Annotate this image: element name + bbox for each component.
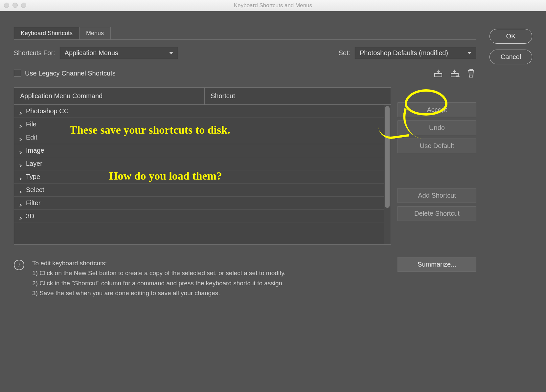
ok-button[interactable]: OK xyxy=(489,29,532,44)
chevron-right-icon xyxy=(19,214,23,218)
info-panel: i To edit keyboard shortcuts: 1) Click o… xyxy=(14,258,391,298)
save-set-icon[interactable] xyxy=(433,68,444,78)
row-label: Select xyxy=(26,186,44,194)
chevron-right-icon xyxy=(19,136,23,140)
table-row[interactable]: File xyxy=(14,118,391,131)
set-label: Set: xyxy=(338,49,350,57)
shortcuts-for-label: Shortcuts For: xyxy=(14,49,55,57)
window-titlebar: Keyboard Shortcuts and Menus xyxy=(0,0,546,11)
delete-shortcut-button[interactable]: Delete Shortcut xyxy=(398,206,476,221)
chevron-right-icon xyxy=(19,109,23,113)
set-dropdown[interactable]: Photoshop Defaults (modified) xyxy=(355,47,476,59)
table-row[interactable]: Edit xyxy=(14,131,391,144)
row-label: 3D xyxy=(26,212,34,220)
info-heading: To edit keyboard shortcuts: xyxy=(32,258,286,268)
zoom-window-icon[interactable] xyxy=(21,3,26,8)
use-default-button[interactable]: Use Default xyxy=(398,139,476,153)
table-row[interactable]: 3D xyxy=(14,210,391,223)
undo-button[interactable]: Undo xyxy=(398,120,476,135)
save-set-as-icon[interactable] xyxy=(449,68,460,78)
chevron-right-icon xyxy=(19,188,23,192)
table-scrollbar[interactable] xyxy=(384,105,391,244)
row-label: Type xyxy=(26,173,40,181)
svg-point-0 xyxy=(457,76,458,77)
info-line-2: 2) Click in the "Shortcut" column for a … xyxy=(32,278,286,288)
chevron-right-icon xyxy=(19,175,23,179)
row-label: Image xyxy=(26,147,44,154)
row-label: Filter xyxy=(26,199,40,207)
table-row[interactable]: Photoshop CC xyxy=(14,105,391,118)
add-shortcut-button[interactable]: Add Shortcut xyxy=(398,188,476,203)
svg-point-2 xyxy=(459,76,460,77)
tab-keyboard-shortcuts[interactable]: Keyboard Shortcuts xyxy=(14,27,80,39)
info-icon: i xyxy=(14,260,24,270)
window-title: Keyboard Shortcuts and Menus xyxy=(234,2,312,9)
chevron-right-icon xyxy=(19,162,23,166)
window-traffic-lights xyxy=(4,3,26,8)
table-row[interactable]: Filter xyxy=(14,197,391,210)
legacy-checkbox[interactable] xyxy=(14,70,21,77)
chevron-right-icon xyxy=(19,122,23,126)
info-line-3: 3) Save the set when you are done editin… xyxy=(32,288,286,298)
chevron-right-icon xyxy=(19,149,23,153)
tab-menus[interactable]: Menus xyxy=(79,27,111,39)
shortcuts-for-dropdown[interactable]: Application Menus xyxy=(60,47,178,59)
table-row[interactable]: Layer xyxy=(14,157,391,170)
tab-bar: Keyboard Shortcuts Menus xyxy=(14,27,476,40)
table-body: Photoshop CCFileEditImageLayerTypeSelect… xyxy=(14,105,391,244)
delete-set-icon[interactable] xyxy=(466,68,476,78)
close-window-icon[interactable] xyxy=(4,3,9,8)
table-row[interactable]: Image xyxy=(14,144,391,157)
info-line-1: 1) Click on the New Set button to create… xyxy=(32,268,286,278)
chevron-right-icon xyxy=(19,201,23,205)
accept-button[interactable]: Accept xyxy=(398,102,476,117)
row-label: Layer xyxy=(26,160,42,167)
minimize-window-icon[interactable] xyxy=(12,3,18,8)
table-row[interactable]: Select xyxy=(14,184,391,197)
cancel-button[interactable]: Cancel xyxy=(489,50,532,64)
legacy-checkbox-label: Use Legacy Channel Shortcuts xyxy=(25,70,116,77)
table-row[interactable]: Type xyxy=(14,170,391,184)
summarize-button[interactable]: Summarize... xyxy=(398,257,476,272)
main-panel: Keyboard Shortcuts Menus Shortcuts For: … xyxy=(14,27,476,378)
row-label: File xyxy=(26,120,36,128)
column-header-command: Application Menu Command xyxy=(14,88,205,104)
row-label: Photoshop CC xyxy=(26,107,69,115)
row-label: Edit xyxy=(26,134,37,141)
column-header-shortcut: Shortcut xyxy=(205,88,391,104)
svg-point-1 xyxy=(456,76,457,77)
shortcuts-table: Application Menu Command Shortcut Photos… xyxy=(14,87,391,245)
